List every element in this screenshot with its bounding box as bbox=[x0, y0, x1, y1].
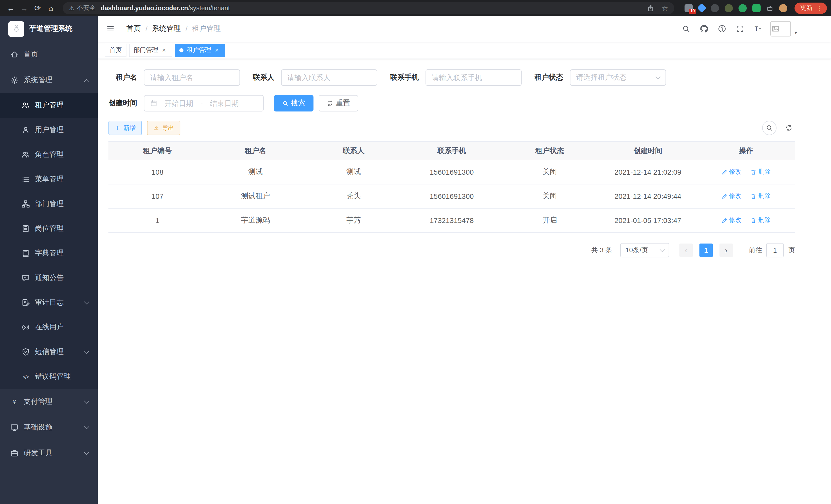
next-page-button[interactable]: › bbox=[719, 243, 733, 257]
tenant-name-input[interactable] bbox=[150, 73, 234, 82]
browser-update-button[interactable]: 更新 ⋮ bbox=[795, 2, 827, 13]
calendar-icon bbox=[150, 100, 157, 107]
column-header-phone: 联系手机 bbox=[403, 142, 501, 160]
extensions-area: 10 bbox=[685, 4, 787, 12]
sidebar-item-label: 错误码管理 bbox=[35, 372, 71, 381]
header-search-button[interactable] bbox=[681, 25, 692, 33]
cell-id: 1 bbox=[109, 208, 207, 233]
sidebar-item-posts[interactable]: 岗位管理 bbox=[0, 216, 98, 241]
sidebar-item-notices[interactable]: 通知公告 bbox=[0, 266, 98, 290]
toggle-search-button[interactable] bbox=[762, 121, 776, 135]
breadcrumb: 首页 / 系统管理 / 租户管理 bbox=[126, 24, 221, 33]
sidebar-menu: 首页 系统管理 租户管理 用户管理 bbox=[0, 41, 98, 504]
tenant-name-label: 租户名 bbox=[109, 73, 137, 82]
extension-icon-4[interactable] bbox=[725, 4, 733, 12]
cell-created: 2021-12-14 20:49:44 bbox=[599, 184, 697, 208]
cell-created: 2021-01-05 17:03:47 bbox=[599, 208, 697, 233]
extension-icon-1[interactable]: 10 bbox=[685, 4, 693, 12]
prev-page-button[interactable]: ‹ bbox=[679, 243, 693, 257]
font-size-button[interactable] bbox=[752, 25, 764, 33]
logo-image bbox=[8, 21, 24, 37]
breadcrumb-home[interactable]: 首页 bbox=[126, 24, 141, 33]
sidebar-item-online-users[interactable]: 在线用户 bbox=[0, 315, 98, 339]
sidebar-item-audit-log[interactable]: 审计日志 bbox=[0, 290, 98, 315]
navbar-actions: ▾ bbox=[681, 21, 797, 36]
export-button[interactable]: 导出 bbox=[147, 121, 180, 135]
sidebar-item-error-codes[interactable]: </> 错误码管理 bbox=[0, 364, 98, 389]
github-link[interactable] bbox=[698, 24, 710, 33]
bookmark-star-icon[interactable]: ☆ bbox=[662, 4, 668, 12]
extension-icon-8[interactable] bbox=[779, 4, 787, 12]
sidebar-toggle-button[interactable] bbox=[98, 16, 123, 41]
extension-icon-2[interactable] bbox=[697, 3, 707, 13]
address-bar[interactable]: ⚠ 不安全 dashboard.yudao.iocoder.cn/system/… bbox=[63, 2, 674, 14]
sidebar-item-system[interactable]: 系统管理 bbox=[0, 67, 98, 93]
search-icon bbox=[682, 25, 690, 33]
extension-icon-5[interactable] bbox=[739, 4, 747, 12]
extension-badge: 10 bbox=[689, 8, 696, 13]
close-icon[interactable]: × bbox=[160, 47, 168, 54]
sidebar-item-home[interactable]: 首页 bbox=[0, 41, 98, 67]
sidebar-item-menus[interactable]: 菜单管理 bbox=[0, 167, 98, 191]
extension-icon-3[interactable] bbox=[711, 4, 719, 12]
close-icon[interactable]: × bbox=[213, 47, 221, 54]
goto-page-input[interactable] bbox=[766, 243, 784, 258]
end-date-input[interactable] bbox=[206, 99, 242, 108]
page-size-select[interactable]: 10条/页 bbox=[620, 243, 669, 258]
tab-label: 部门管理 bbox=[134, 46, 158, 55]
edit-button[interactable]: 修改 bbox=[721, 168, 741, 176]
extension-icon-6[interactable] bbox=[752, 4, 761, 12]
top-navbar: 首页 / 系统管理 / 租户管理 ▾ bbox=[98, 16, 831, 41]
sidebar-item-users[interactable]: 用户管理 bbox=[0, 118, 98, 142]
tab-home[interactable]: 首页 bbox=[105, 43, 126, 57]
status-select[interactable]: 请选择租户状态 bbox=[570, 69, 666, 86]
users-icon bbox=[22, 101, 30, 110]
edit-button[interactable]: 修改 bbox=[721, 216, 741, 225]
sidebar-item-infrastructure[interactable]: 基础设施 bbox=[0, 415, 98, 440]
sidebar-item-payment[interactable]: ¥ 支付管理 bbox=[0, 389, 98, 415]
sidebar-item-departments[interactable]: 部门管理 bbox=[0, 191, 98, 216]
avatar[interactable] bbox=[770, 21, 791, 36]
tab-department[interactable]: 部门管理 × bbox=[129, 43, 172, 57]
avatar-caret-icon[interactable]: ▾ bbox=[795, 30, 797, 35]
security-status[interactable]: ⚠ 不安全 bbox=[69, 4, 95, 12]
delete-button[interactable]: 删除 bbox=[751, 168, 771, 176]
browser-menu-icon[interactable]: ⋮ bbox=[816, 4, 822, 11]
home-icon bbox=[10, 50, 19, 59]
sidebar-item-dev-tools[interactable]: 研发工具 bbox=[0, 440, 98, 466]
contact-input[interactable] bbox=[287, 73, 371, 82]
fullscreen-button[interactable] bbox=[735, 25, 746, 33]
extensions-puzzle-icon[interactable] bbox=[766, 4, 773, 11]
refresh-table-button[interactable] bbox=[783, 124, 795, 131]
help-button[interactable] bbox=[716, 25, 728, 33]
edit-button[interactable]: 修改 bbox=[721, 192, 741, 201]
phone-input[interactable] bbox=[432, 73, 515, 82]
browser-back-button[interactable]: ← bbox=[4, 1, 18, 14]
browser-reload-button[interactable]: ⟳ bbox=[31, 1, 44, 14]
breadcrumb-system[interactable]: 系统管理 bbox=[152, 24, 181, 33]
sidebar-item-tenant[interactable]: 租户管理 bbox=[0, 93, 98, 118]
start-date-input[interactable] bbox=[161, 99, 197, 108]
search-button[interactable]: 搜索 bbox=[274, 95, 314, 112]
add-button[interactable]: 新增 bbox=[109, 121, 142, 135]
sidebar-item-label: 部门管理 bbox=[35, 199, 64, 209]
share-icon[interactable] bbox=[647, 4, 655, 11]
delete-button[interactable]: 删除 bbox=[751, 192, 771, 201]
sidebar-item-label: 字典管理 bbox=[35, 249, 64, 258]
security-label: 不安全 bbox=[77, 4, 95, 12]
reset-button-label: 重置 bbox=[336, 99, 350, 108]
sidebar-item-sms[interactable]: 短信管理 bbox=[0, 339, 98, 364]
delete-button[interactable]: 删除 bbox=[751, 216, 771, 225]
sidebar-item-dictionary[interactable]: 字典管理 bbox=[0, 241, 98, 266]
tab-tenant[interactable]: 租户管理 × bbox=[175, 43, 225, 57]
browser-forward-button[interactable]: → bbox=[18, 1, 31, 14]
plus-icon bbox=[115, 125, 121, 131]
edit-label: 修改 bbox=[729, 192, 741, 201]
edit-label: 修改 bbox=[729, 168, 741, 176]
page-button-1[interactable]: 1 bbox=[699, 243, 713, 257]
browser-home-button[interactable]: ⌂ bbox=[44, 1, 58, 14]
date-range-picker[interactable]: - bbox=[144, 95, 264, 112]
delete-label: 删除 bbox=[758, 168, 771, 176]
sidebar-item-roles[interactable]: 角色管理 bbox=[0, 142, 98, 167]
reset-button[interactable]: 重置 bbox=[319, 95, 358, 112]
